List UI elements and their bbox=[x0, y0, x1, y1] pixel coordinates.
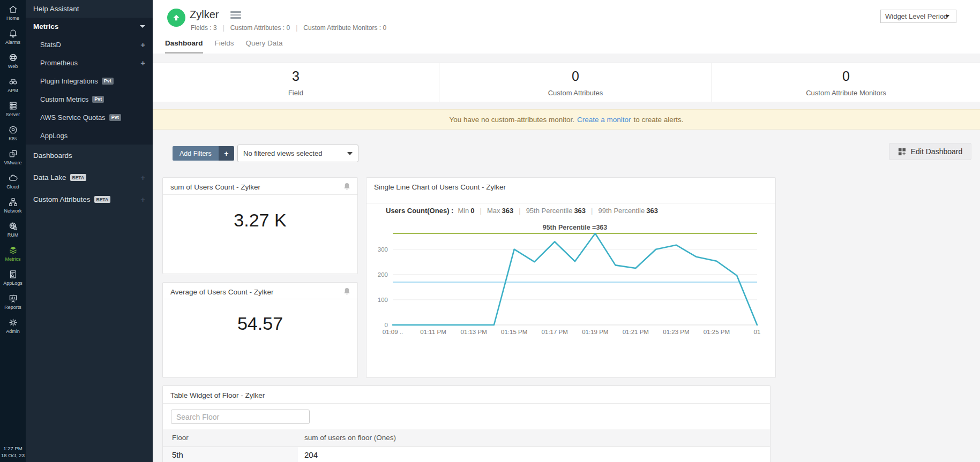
chart-legend: Users Count(Ones) : Min0|Max363|95th Per… bbox=[386, 207, 658, 215]
meta-separator: | bbox=[296, 24, 297, 32]
sidebar-item-custom-attributes[interactable]: Custom AttributesBETA+ bbox=[26, 188, 153, 210]
monitor-header: Zylker Fields : 3|Custom Attributes : 0|… bbox=[153, 0, 980, 54]
sidebar-item-server[interactable]: Server bbox=[0, 96, 26, 120]
rail-item-label: Server bbox=[6, 112, 20, 117]
stat-field: 3 Field bbox=[153, 63, 439, 102]
x-axis-tick-label: 01:19 PM bbox=[582, 329, 608, 335]
rail-item-label: Home bbox=[6, 16, 19, 21]
filtered-views-select[interactable]: No filtered views selected bbox=[237, 145, 358, 162]
search-floor-input[interactable] bbox=[171, 410, 310, 424]
sidebar-item-label: Metrics bbox=[33, 22, 58, 31]
sidebar-item-reports[interactable]: Reports bbox=[0, 289, 26, 313]
rail-item-label: Admin bbox=[6, 329, 20, 334]
legend-stat: 95th Percentile363 bbox=[526, 207, 586, 215]
bell-icon[interactable] bbox=[343, 183, 350, 192]
sidebar-item-network[interactable]: Network bbox=[0, 193, 26, 217]
rail-item-label: Alarms bbox=[5, 40, 20, 45]
icon-rail: HomeAlarmsWebAPMServerK8sVMwareCloudNetw… bbox=[0, 0, 26, 462]
sidebar-item-vmware[interactable]: VMware bbox=[0, 145, 26, 169]
widget-level-period-select[interactable]: Widget Level Period bbox=[880, 10, 956, 23]
pvt-badge: Pvt bbox=[109, 114, 121, 121]
sidebar-item-k8s[interactable]: K8s bbox=[0, 120, 26, 145]
summary-stats-row: 3 Field0 Custom Attributes0 Custom Attri… bbox=[153, 63, 980, 102]
stat-label: Custom Attributes bbox=[548, 89, 603, 97]
sidebar-item-label: Plugin Integrations bbox=[40, 77, 98, 85]
pvt-badge: Pvt bbox=[92, 96, 104, 103]
plus-icon[interactable]: + bbox=[140, 173, 145, 182]
sidebar-item-dashboards[interactable]: Dashboards bbox=[26, 145, 153, 166]
widget-value: 54.57 bbox=[163, 313, 357, 334]
sidebar-subitem-custom-metrics[interactable]: Custom MetricsPvt bbox=[26, 90, 153, 108]
legend-stat: Min0 bbox=[458, 207, 474, 215]
add-filters-label: Add Filters bbox=[173, 146, 219, 161]
sidebar-item-label: Custom Metrics bbox=[40, 95, 88, 103]
sidebar-subitem-aws-service-quotas[interactable]: AWS Service QuotasPvt bbox=[26, 108, 153, 126]
x-axis-tick-label: 01 bbox=[754, 329, 761, 335]
sidebar-item-apm[interactable]: APM bbox=[0, 72, 26, 96]
sidebar-item-metrics[interactable]: Metrics bbox=[26, 18, 153, 35]
applogs-icon bbox=[9, 270, 18, 279]
sidebar-item-web[interactable]: Web bbox=[0, 48, 26, 72]
column-header: Floor bbox=[163, 429, 298, 446]
sidebar-subitem-applogs[interactable]: AppLogs bbox=[26, 126, 153, 145]
add-filters-button[interactable]: Add Filters + bbox=[173, 146, 234, 161]
sidebar-subitem-prometheus[interactable]: Prometheus+ bbox=[26, 54, 153, 72]
plus-icon[interactable]: + bbox=[140, 58, 145, 67]
tab-dashboard[interactable]: Dashboard bbox=[165, 35, 203, 54]
add-filter-plus-icon[interactable]: + bbox=[219, 146, 234, 161]
metrics-section: Metrics StatsD+Prometheus+Plugin Integra… bbox=[26, 18, 153, 145]
rail-item-label: APM bbox=[8, 88, 18, 93]
binoculars-icon bbox=[9, 77, 18, 86]
tab-query-data[interactable]: Query Data bbox=[246, 35, 283, 54]
notice-banner: You have no custom-attributes monitor. C… bbox=[153, 109, 980, 130]
chart-line bbox=[393, 233, 757, 325]
legend-separator: | bbox=[519, 207, 520, 215]
rail-item-label: AppLogs bbox=[3, 281, 23, 286]
sidebar-item-alarms[interactable]: Alarms bbox=[0, 24, 26, 48]
sidebar-item-home[interactable]: Home bbox=[0, 0, 26, 24]
x-axis-tick-label: 01:21 PM bbox=[623, 329, 649, 335]
sidebar-item-applogs[interactable]: AppLogs bbox=[0, 265, 26, 289]
y-axis-tick-label: 100 bbox=[378, 297, 388, 303]
server-icon bbox=[9, 101, 18, 110]
stat-label: Custom Attribute Monitors bbox=[806, 89, 886, 97]
widget-title: sum of Users Count - Zylker bbox=[170, 183, 260, 191]
monitor-meta: Fields : 3|Custom Attributes : 0|Custom … bbox=[191, 24, 386, 32]
widget-floor-table: Table Widget of Floor - Zylker Floorsum … bbox=[162, 385, 770, 462]
table-row[interactable]: 5th204 bbox=[163, 446, 770, 462]
banner-text: You have no custom-attributes monitor. bbox=[449, 116, 574, 124]
sidebar-item-label: Help Assistant bbox=[33, 5, 79, 13]
sidebar-item-help-assistant[interactable]: Help Assistant bbox=[26, 0, 153, 18]
sidebar-subitem-statsd[interactable]: StatsD+ bbox=[26, 35, 153, 54]
meta-item: Custom Attribute Monitors : 0 bbox=[303, 24, 386, 32]
hamburger-menu-icon[interactable] bbox=[230, 11, 241, 20]
sidebar-item-label: AppLogs bbox=[40, 132, 68, 140]
sidebar-clock: 1:27 PM 18 Oct, 23 bbox=[0, 445, 26, 459]
rail-item-label: Cloud bbox=[6, 184, 19, 190]
tab-fields[interactable]: Fields bbox=[215, 35, 234, 54]
sidebar-subitem-plugin-integrations[interactable]: Plugin IntegrationsPvt bbox=[26, 72, 153, 90]
widget-average-users-count: Average of Users Count - Zylker 54.57 bbox=[162, 282, 358, 378]
sidebar-item-admin[interactable]: Admin bbox=[0, 313, 26, 337]
plus-icon[interactable]: + bbox=[140, 195, 145, 204]
sidebar-item-data-lake[interactable]: Data LakeBETA+ bbox=[26, 166, 153, 188]
sidebar-item-rum[interactable]: RUM bbox=[0, 217, 26, 241]
x-axis-tick-label: 01:23 PM bbox=[663, 329, 689, 335]
create-monitor-link[interactable]: Create a monitor bbox=[577, 116, 631, 124]
sidebar-item-cloud[interactable]: Cloud bbox=[0, 169, 26, 193]
sidebar-item-label: AWS Service Quotas bbox=[40, 113, 106, 122]
plus-icon[interactable]: + bbox=[140, 40, 145, 49]
rail-item-label: Network bbox=[4, 208, 21, 214]
x-axis-tick-label: 01:13 PM bbox=[460, 329, 487, 335]
y-axis-tick-label: 0 bbox=[385, 322, 388, 328]
edit-dashboard-button[interactable]: Edit Dashboard bbox=[889, 143, 971, 160]
rum-icon bbox=[9, 222, 18, 231]
y-axis-tick-label: 200 bbox=[378, 271, 388, 278]
home-icon bbox=[9, 5, 18, 14]
metrics-icon bbox=[9, 246, 18, 255]
sidebar-item-metrics[interactable]: Metrics bbox=[0, 241, 26, 265]
legend-stat: Max363 bbox=[487, 207, 513, 215]
chevron-down-icon bbox=[347, 152, 353, 155]
bell-icon[interactable] bbox=[343, 287, 350, 297]
chevron-down-icon bbox=[140, 25, 145, 28]
